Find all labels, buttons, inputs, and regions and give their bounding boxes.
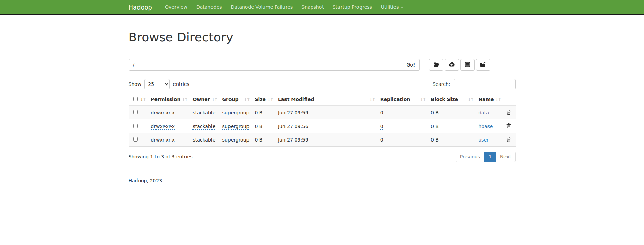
owner-value[interactable]: stackable (192, 137, 215, 143)
search-control: Search: (433, 79, 516, 89)
pagination-page-1: 1 (484, 152, 496, 162)
header-last-modified[interactable]: Last Modified↓↑ (275, 94, 378, 106)
row-checkbox[interactable] (133, 124, 138, 128)
permission-value[interactable]: drwxr-xr-x (151, 137, 175, 143)
last-modified-value: Jun 27 09:59 (278, 110, 308, 115)
permission-value[interactable]: drwxr-xr-x (151, 110, 175, 116)
directory-link[interactable]: data (478, 110, 489, 115)
explorer-bar: Go! (129, 59, 516, 71)
entries-summary: Showing 1 to 3 of 3 entries (129, 154, 193, 159)
block-size-value: 0 B (431, 137, 439, 143)
size-value: 0 B (255, 137, 262, 143)
sort-icon: ↓↑ (420, 97, 425, 102)
nav-item-utilities[interactable]: Utilities (376, 0, 408, 14)
cut-paste-button[interactable] (460, 59, 475, 71)
nav-item-snapshot[interactable]: Snapshot (297, 0, 328, 14)
header-actions (503, 94, 516, 106)
delete-button[interactable] (506, 136, 511, 143)
header-owner[interactable]: Owner↓↑ (190, 94, 219, 106)
header-replication-label: Replication (380, 97, 410, 102)
previous-button[interactable]: Previous (456, 152, 484, 162)
explorer-action-buttons (429, 59, 490, 71)
trash-icon (506, 111, 511, 116)
directory-link[interactable]: user (478, 137, 489, 143)
directory-link[interactable]: hbase (478, 124, 493, 129)
path-input[interactable] (129, 59, 403, 71)
trash-icon (506, 138, 511, 143)
row-checkbox[interactable] (133, 110, 138, 114)
header-group[interactable]: Group↓↑ (220, 94, 252, 106)
page-size-control: Show 25 entries (129, 79, 189, 89)
group-value[interactable]: supergroup (222, 110, 250, 116)
divider (129, 51, 516, 51)
header-last-modified-label: Last Modified (278, 97, 314, 102)
table-row: drwxr-xr-x stackable supergroup 0 B Jun … (129, 106, 516, 119)
group-value[interactable]: supergroup (222, 124, 250, 130)
size-value: 0 B (255, 124, 262, 129)
footer-text: Hadoop, 2023. (129, 178, 516, 183)
nav-item-utilities-label: Utilities (381, 4, 399, 10)
size-value: 0 B (255, 110, 262, 115)
pagination-next: Next (496, 152, 516, 162)
sort-icon: ↓↑ (244, 97, 249, 102)
replication-value[interactable]: 0 (380, 110, 383, 116)
header-block-size[interactable]: Block Size↓↑ (428, 94, 476, 106)
nav-item-overview[interactable]: Overview (161, 0, 192, 14)
table-controls: Show 25 entries Search: (129, 79, 516, 89)
folder-move-icon (480, 62, 486, 68)
permission-value[interactable]: drwxr-xr-x (151, 124, 175, 130)
move-button[interactable] (476, 59, 490, 71)
header-owner-label: Owner (192, 97, 210, 102)
nav-item-datanode-volume-failures[interactable]: Datanode Volume Failures (226, 0, 297, 14)
sort-icon: ↓↑ (182, 97, 187, 102)
search-label: Search: (433, 81, 450, 87)
sort-icon: ↓↑ (467, 97, 473, 102)
table-row: drwxr-xr-x stackable supergroup 0 B Jun … (129, 119, 516, 133)
page-1-button[interactable]: 1 (484, 152, 496, 162)
folder-open-icon (434, 62, 439, 68)
header-block-size-label: Block Size (431, 97, 458, 102)
group-value[interactable]: supergroup (222, 137, 250, 143)
table-header-row: ↓↑ Permission↓↑ Owner↓↑ Group↓↑ Size↓↑ L… (129, 94, 516, 106)
cloud-upload-icon (449, 62, 455, 68)
row-checkbox[interactable] (133, 137, 138, 142)
header-size-label: Size (255, 97, 266, 102)
block-size-value: 0 B (431, 110, 439, 115)
last-modified-value: Jun 27 09:56 (278, 124, 308, 129)
header-size[interactable]: Size↓↑ (252, 94, 275, 106)
sort-icon: ↓↑ (495, 97, 500, 102)
block-size-value: 0 B (431, 124, 439, 129)
nav-item-datanodes[interactable]: Datanodes (192, 0, 226, 14)
pagination-previous: Previous (456, 152, 484, 162)
entries-label: entries (173, 81, 189, 87)
header-select-all[interactable]: ↓↑ (129, 94, 148, 106)
next-button[interactable]: Next (496, 152, 516, 162)
directory-table: ↓↑ Permission↓↑ Owner↓↑ Group↓↑ Size↓↑ L… (129, 94, 516, 147)
pagination: Previous 1 Next (456, 152, 516, 162)
delete-button[interactable] (506, 109, 511, 116)
delete-button[interactable] (506, 123, 511, 129)
create-directory-button[interactable] (429, 59, 443, 71)
caret-down-icon (401, 7, 403, 8)
search-input[interactable] (454, 79, 516, 89)
sort-icon: ↓↑ (211, 97, 217, 102)
list-icon (465, 62, 470, 68)
header-replication[interactable]: Replication↓↑ (378, 94, 428, 106)
sort-icon: ↓↑ (369, 97, 375, 102)
top-navbar: Hadoop Overview Datanodes Datanode Volum… (0, 0, 644, 15)
select-all-checkbox[interactable] (133, 97, 138, 101)
go-button[interactable]: Go! (402, 59, 419, 71)
nav-item-startup-progress[interactable]: Startup Progress (328, 0, 376, 14)
owner-value[interactable]: stackable (192, 110, 215, 116)
owner-value[interactable]: stackable (192, 124, 215, 130)
upload-file-button[interactable] (445, 59, 459, 71)
header-permission[interactable]: Permission↓↑ (148, 94, 190, 106)
show-label: Show (129, 81, 142, 87)
page-size-select[interactable]: 25 (144, 79, 170, 89)
header-name[interactable]: Name↓↑ (476, 94, 503, 106)
brand-hadoop[interactable]: Hadoop (129, 0, 157, 14)
replication-value[interactable]: 0 (380, 124, 383, 130)
sort-icon: ↓↑ (140, 97, 145, 102)
replication-value[interactable]: 0 (380, 137, 383, 143)
header-name-label: Name (478, 97, 494, 102)
